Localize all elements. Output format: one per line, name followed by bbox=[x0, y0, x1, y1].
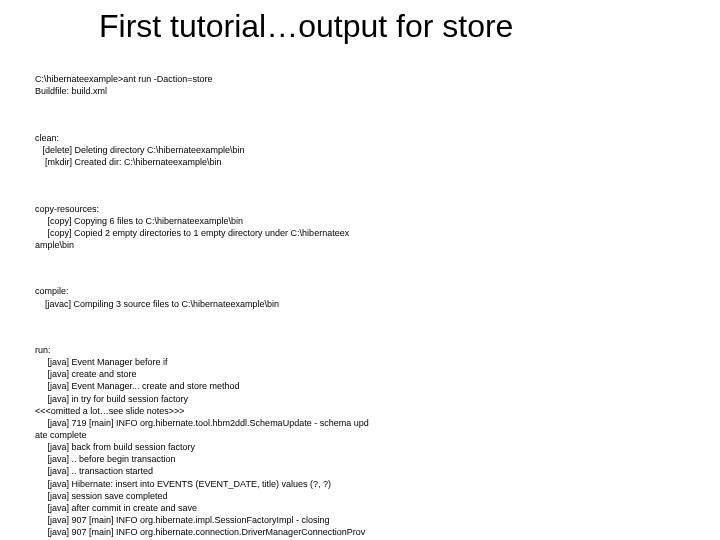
output-block-cmd: C:\hibernateexample>ant run -Daction=sto… bbox=[35, 73, 685, 97]
terminal-output: C:\hibernateexample>ant run -Daction=sto… bbox=[35, 49, 685, 540]
output-block-clean: clean: [delete] Deleting directory C:\hi… bbox=[35, 132, 685, 168]
output-block-copy: copy-resources: [copy] Copying 6 files t… bbox=[35, 203, 685, 252]
output-block-compile: compile: [javac] Compiling 3 source file… bbox=[35, 285, 685, 309]
slide-title: First tutorial…output for store bbox=[99, 8, 685, 45]
output-block-run: run: [java] Event Manager before if [jav… bbox=[35, 344, 685, 540]
